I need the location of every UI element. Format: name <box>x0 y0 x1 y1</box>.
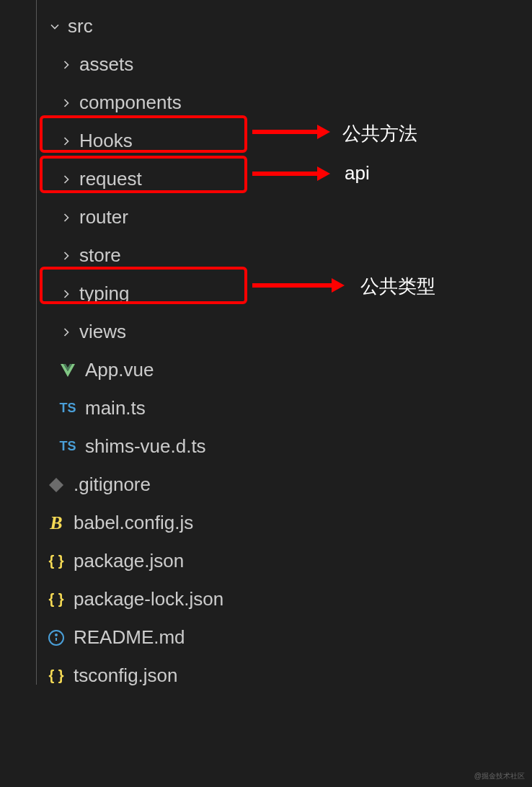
file-main-ts[interactable]: TS main.ts <box>36 389 532 427</box>
file-label: babel.config.js <box>74 512 193 534</box>
arrow-typing <box>252 283 332 288</box>
folder-components[interactable]: components <box>36 84 532 122</box>
file-gitignore[interactable]: .gitignore <box>36 466 532 504</box>
file-label: package-lock.json <box>74 588 223 610</box>
folder-label: request <box>79 168 142 190</box>
folder-label: assets <box>79 53 133 76</box>
chevron-right-icon <box>58 209 75 226</box>
file-package-lock[interactable]: { } package-lock.json <box>36 580 532 618</box>
file-label: .gitignore <box>74 473 151 496</box>
arrow-head-icon <box>317 166 330 181</box>
chevron-right-icon <box>58 171 75 188</box>
watermark: @掘金技术社区 <box>474 771 525 781</box>
babel-icon: B <box>46 513 66 533</box>
chevron-right-icon <box>58 247 75 264</box>
chevron-right-icon <box>58 285 75 303</box>
folder-label: src <box>68 15 93 37</box>
file-label: package.json <box>74 550 184 572</box>
file-label: README.md <box>74 626 185 649</box>
arrow-head-icon <box>317 125 330 139</box>
info-icon <box>46 628 66 648</box>
arrow-head-icon <box>332 278 345 293</box>
folder-hooks[interactable]: Hooks <box>36 122 532 160</box>
json-icon: { } <box>46 666 66 686</box>
folder-router[interactable]: router <box>36 198 532 236</box>
annotation-typing: 公共类型 <box>360 274 435 299</box>
vue-icon <box>58 360 78 381</box>
json-icon: { } <box>46 551 66 572</box>
folder-store[interactable]: store <box>36 236 532 275</box>
file-label: shims-vue.d.ts <box>85 435 206 458</box>
file-tree: src assets components Hooks request rout… <box>0 0 532 695</box>
arrow-hooks <box>252 130 317 134</box>
arrow-request <box>252 172 317 176</box>
file-readme[interactable]: README.md <box>36 618 532 657</box>
svg-point-2 <box>56 634 57 636</box>
folder-assets[interactable]: assets <box>36 45 532 84</box>
file-babel-config[interactable]: B babel.config.js <box>36 504 532 542</box>
file-tsconfig[interactable]: { } tsconfig.json <box>36 657 532 695</box>
folder-typing[interactable]: typing <box>36 275 532 313</box>
chevron-down-icon <box>46 18 63 35</box>
folder-label: views <box>79 321 126 343</box>
typescript-icon: TS <box>58 399 78 419</box>
chevron-right-icon <box>58 56 75 74</box>
chevron-right-icon <box>58 324 75 341</box>
folder-label: components <box>79 92 182 114</box>
folder-label: typing <box>79 283 129 305</box>
json-icon: { } <box>46 590 66 610</box>
folder-src[interactable]: src <box>36 7 532 45</box>
annotation-request: api <box>345 162 370 184</box>
git-icon <box>46 475 66 495</box>
typescript-icon: TS <box>58 437 78 457</box>
chevron-right-icon <box>58 133 75 150</box>
file-label: tsconfig.json <box>74 664 178 687</box>
annotation-hooks: 公共方法 <box>342 121 417 146</box>
chevron-right-icon <box>58 94 75 112</box>
file-app-vue[interactable]: App.vue <box>36 351 532 389</box>
folder-label: router <box>79 206 128 228</box>
folder-request[interactable]: request <box>36 160 532 198</box>
folder-label: Hooks <box>79 130 133 152</box>
file-package-json[interactable]: { } package.json <box>36 542 532 580</box>
file-label: App.vue <box>85 359 154 381</box>
file-label: main.ts <box>85 397 146 419</box>
folder-views[interactable]: views <box>36 313 532 351</box>
folder-label: store <box>79 244 121 267</box>
file-shims-vue[interactable]: TS shims-vue.d.ts <box>36 427 532 466</box>
